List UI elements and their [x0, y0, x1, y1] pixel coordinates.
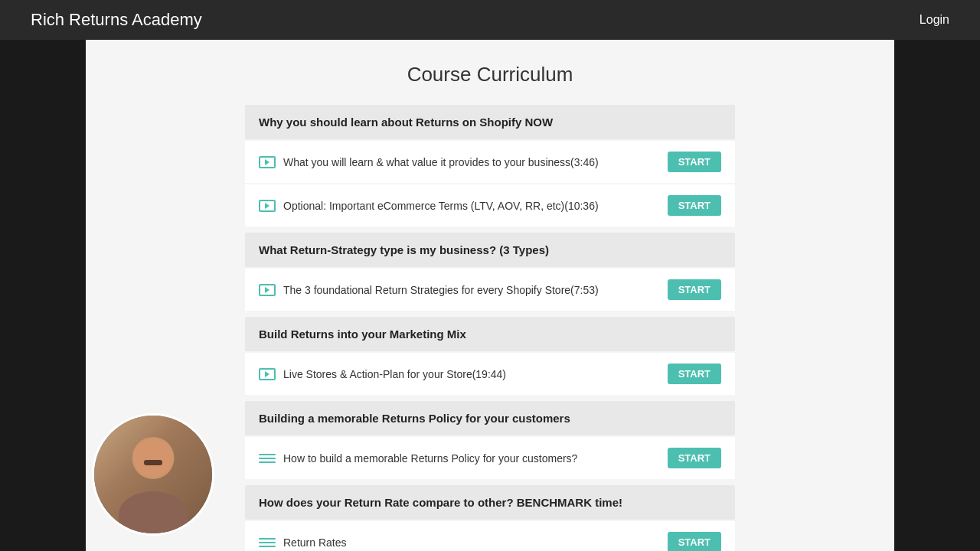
left-panel: [0, 0, 86, 551]
lesson-item: What you will learn & what value it prov…: [245, 141, 735, 183]
start-button[interactable]: START: [668, 279, 721, 300]
section-group: Why you should learn about Returns on Sh…: [245, 105, 735, 227]
lesson-item: Optional: Important eCommerce Terms (LTV…: [245, 184, 735, 227]
lesson-left: The 3 foundational Return Strategies for…: [259, 284, 599, 296]
lesson-left: Return Rates: [259, 536, 346, 549]
avatar-mustache: [144, 460, 162, 465]
start-button[interactable]: START: [668, 152, 721, 172]
lesson-title: Live Stores & Action-Plan for your Store…: [283, 368, 506, 380]
lesson-item: The 3 foundational Return Strategies for…: [245, 269, 735, 311]
video-icon: [259, 156, 276, 168]
start-button[interactable]: START: [668, 448, 721, 468]
avatar-inner: [94, 416, 212, 533]
lesson-title: What you will learn & what value it prov…: [283, 156, 599, 168]
lesson-title: Optional: Important eCommerce Terms (LTV…: [283, 200, 599, 212]
section-header: What Return-Strategy type is my business…: [245, 233, 735, 267]
login-button[interactable]: Login: [920, 13, 949, 27]
section-group: How does your Return Rate compare to oth…: [245, 485, 735, 551]
lesson-title: Return Rates: [283, 536, 346, 549]
section-group: Building a memorable Returns Policy for …: [245, 401, 735, 479]
start-button[interactable]: START: [668, 532, 721, 551]
avatar: [92, 413, 214, 536]
section-header: How does your Return Rate compare to oth…: [245, 485, 735, 520]
lesson-item: Return RatesSTART: [245, 521, 735, 551]
section-header: Why you should learn about Returns on Sh…: [245, 105, 735, 139]
page-title: Course Curriculum: [86, 63, 894, 86]
start-button[interactable]: START: [668, 195, 721, 216]
video-icon: [259, 368, 276, 380]
header: Rich Returns Academy Login: [0, 0, 980, 40]
video-icon: [259, 200, 276, 212]
lesson-item: Live Stores & Action-Plan for your Store…: [245, 353, 735, 395]
section-header: Building a memorable Returns Policy for …: [245, 401, 735, 435]
lesson-title: How to build a memorable Returns Policy …: [283, 452, 577, 465]
right-panel: [894, 0, 980, 551]
video-icon: [259, 284, 276, 296]
lesson-left: Live Stores & Action-Plan for your Store…: [259, 368, 506, 380]
section-group: Build Returns into your Marketing MixLiv…: [245, 317, 735, 395]
lesson-left: What you will learn & what value it prov…: [259, 156, 599, 168]
start-button[interactable]: START: [668, 364, 721, 384]
avatar-body: [119, 491, 188, 533]
lesson-left: Optional: Important eCommerce Terms (LTV…: [259, 200, 599, 212]
lesson-left: How to build a memorable Returns Policy …: [259, 452, 577, 465]
avatar-face: [133, 439, 173, 477]
lesson-title: The 3 foundational Return Strategies for…: [283, 284, 599, 296]
section-header: Build Returns into your Marketing Mix: [245, 317, 735, 351]
text-icon: [259, 536, 276, 549]
lesson-item: How to build a memorable Returns Policy …: [245, 437, 735, 479]
course-container: Why you should learn about Returns on Sh…: [245, 105, 735, 551]
site-title: Rich Returns Academy: [31, 10, 202, 30]
text-icon: [259, 452, 276, 465]
section-group: What Return-Strategy type is my business…: [245, 233, 735, 311]
